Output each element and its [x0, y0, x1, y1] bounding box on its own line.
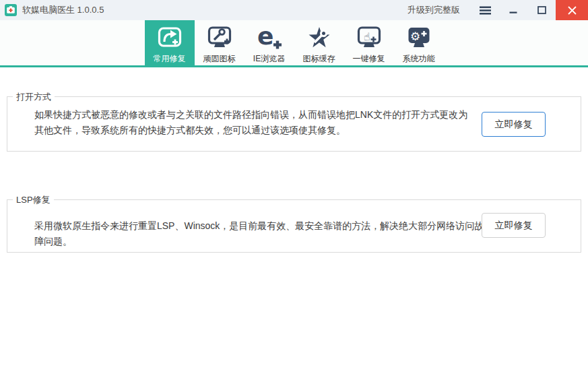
main-content: 打开方式 如果快捷方式被恶意的修改或者与之关联的文件路径指向错误，从而错误地把L…: [0, 67, 588, 384]
repair-now-button-lsp[interactable]: 立即修复: [482, 213, 546, 238]
tab-stubborn-icons[interactable]: 顽固图标: [195, 20, 244, 67]
tab-system-functions[interactable]: ⚙ 系统功能: [394, 20, 444, 67]
title-bar: 软媒电脑医生 1.0.0.5 升级到完整版: [0, 0, 588, 20]
repair-now-button-open-with[interactable]: 立即修复: [482, 112, 546, 137]
tab-label: 顽固图标: [203, 54, 236, 63]
minimize-button[interactable]: [499, 0, 527, 20]
section-description: 如果快捷方式被恶意的修改或者与之关联的文件路径指向错误，从而错误地把LNK文件的…: [34, 107, 476, 138]
section-description: 采用微软原生指令来进行重置LSP、Winsock，是目前最有效、最安全靠谱的方法…: [34, 218, 492, 249]
tab-label: 图标缓存: [303, 54, 335, 63]
section-legend: LSP修复: [13, 194, 54, 205]
tab-label: IE浏览器: [253, 54, 285, 63]
section-lsp-repair: LSP修复 采用微软原生指令来进行重置LSP、Winsock，是目前最有效、最安…: [7, 199, 581, 253]
stubborn-icon-repair-icon: [207, 24, 232, 52]
upgrade-link[interactable]: 升级到完整版: [407, 4, 460, 16]
hamburger-menu-icon[interactable]: [471, 0, 499, 20]
ie-browser-icon: e: [257, 24, 282, 52]
svg-text:⚙: ⚙: [410, 30, 420, 43]
shortcut-repair-icon: [157, 24, 183, 52]
svg-text:e: e: [257, 25, 273, 50]
tab-one-click-repair[interactable]: ☝ 一键修复: [344, 20, 394, 67]
maximize-button[interactable]: [527, 0, 556, 20]
section-open-with: 打开方式 如果快捷方式被恶意的修改或者与之关联的文件路径指向错误，从而错误地把L…: [7, 96, 581, 152]
system-functions-icon: ⚙: [406, 24, 432, 52]
app-logo-medical-kit-icon: [5, 4, 17, 16]
window-title: 软媒电脑医生 1.0.0.5: [22, 4, 104, 16]
tab-icon-cache[interactable]: 图标缓存: [294, 20, 344, 67]
icon-cache-icon: [306, 24, 332, 52]
tab-label: 常用修复: [154, 54, 186, 63]
tab-bar: 常用修复 顽固图标 e IE浏览器: [0, 20, 588, 67]
tab-label: 系统功能: [403, 54, 435, 63]
one-click-repair-icon: ☝: [356, 24, 382, 52]
tab-common-repair[interactable]: 常用修复: [145, 20, 195, 67]
section-legend: 打开方式: [13, 91, 55, 102]
tab-label: 一键修复: [353, 54, 385, 63]
svg-text:☝: ☝: [364, 30, 370, 43]
close-button[interactable]: [556, 0, 588, 20]
tab-ie-browser[interactable]: e IE浏览器: [244, 20, 294, 67]
